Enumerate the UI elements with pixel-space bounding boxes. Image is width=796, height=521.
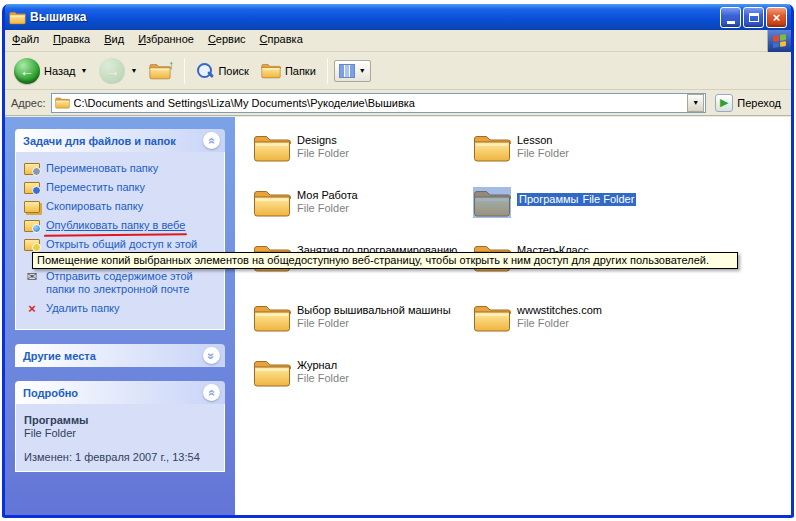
task-link-1[interactable]: Переместить папку [24,181,216,194]
task-link-label: Переименовать папку [46,162,158,175]
task-link-label: Переместить папку [46,181,145,194]
other-places-title: Другие места [23,350,96,362]
folder-type: File Folder [297,317,451,330]
folder-grid: DesignsFile FolderLessonFile FolderМоя Р… [235,117,791,515]
back-button[interactable]: ← Назад ▼ [9,55,92,87]
task-link-label: Удалить папку [46,302,120,315]
forward-icon: → [99,58,125,84]
folder-item[interactable]: ПрограммыFile Folder [473,187,685,218]
folder-label: ПрограммыFile Folder [517,187,636,207]
folder-label: Моя РаботаFile Folder [297,187,358,215]
email-folder-icon: ✉ [24,270,40,283]
explorer-window: Вышивка × ФайлПравкаВидИзбранноеСервисСп… [2,4,794,518]
menu-bar: ФайлПравкаВидИзбранноеСервисСправка [5,30,791,52]
address-input[interactable]: C:\Documents and Settings\Liza\My Docume… [51,93,707,113]
task-pane: Задачи для файлов и папок » Переименоват… [5,117,235,515]
task-list: Переименовать папкуПереместить папкуСкоп… [15,152,225,330]
task-link-label: Опубликовать папку в вебе [46,219,185,232]
details-title: Подробно [23,387,78,399]
go-label: Переход [737,97,781,109]
folder-label: LessonFile Folder [517,132,569,160]
views-button[interactable]: ▼ [334,60,371,82]
expand-chevron-icon[interactable]: » [203,347,220,364]
move-folder-icon [24,181,40,194]
details-header[interactable]: Подробно » [15,381,225,404]
task-link-label: Отправить содержимое этой папки по элект… [46,270,216,296]
address-value[interactable]: C:\Documents and Settings\Liza\My Docume… [74,97,684,109]
tasks-panel-title: Задачи для файлов и папок [23,135,176,147]
menu-spacer [310,30,767,51]
views-dropdown-icon: ▼ [359,67,366,74]
menu-item-5[interactable]: Справка [253,30,310,51]
folder-item[interactable]: wwwstitches.comFile Folder [473,302,685,333]
folder-type: File Folder [297,372,349,385]
forward-dropdown-icon[interactable]: ▼ [130,67,137,74]
folders-button[interactable]: Папки [256,59,321,82]
folder-item[interactable]: Выбор вышивальной машиныFile Folder [253,302,465,333]
menu-item-4[interactable]: Сервис [201,30,253,51]
collapse-chevron-icon[interactable]: » [203,132,220,149]
window-title: Вышивка [30,10,720,24]
folder-type: File Folder [580,193,636,206]
other-places-header[interactable]: Другие места » [15,344,225,367]
up-button[interactable]: ↑ [144,57,178,85]
other-places-panel: Другие места » [15,344,225,367]
windows-flag-icon [773,34,786,48]
toolbar-separator [327,58,328,84]
task-link-3[interactable]: Опубликовать папку в вебе [24,219,216,232]
folder-name: Моя Работа [297,189,358,202]
task-link-5[interactable]: ✉Отправить содержимое этой папки по элек… [24,270,216,296]
delete-folder-icon: × [24,302,40,315]
details-panel: Подробно » Программы File Folder Изменен… [15,381,225,472]
back-dropdown-icon[interactable]: ▼ [81,67,88,74]
go-button[interactable]: ▶ Переход [711,92,785,114]
folder-name: Журнал [297,359,349,372]
minimize-button[interactable] [720,7,741,28]
title-bar[interactable]: Вышивка × [5,4,791,30]
folder-name: Lesson [517,134,569,147]
menu-item-0[interactable]: Файл [5,30,46,51]
folder-icon [253,357,291,388]
maximize-button[interactable] [743,7,764,28]
file-folder-tasks-panel: Задачи для файлов и папок » Переименоват… [15,129,225,330]
tooltip: Помещение копий выбранных элементов на о… [32,252,738,269]
window-folder-icon [9,10,26,25]
windows-logo [767,30,791,52]
folder-icon [473,132,511,163]
collapse-chevron-icon[interactable]: » [203,384,220,401]
folder-icon [253,132,291,163]
address-label: Адрес: [11,97,46,109]
address-dropdown-button[interactable]: ▼ [687,94,704,112]
back-icon: ← [14,58,40,84]
copy-folder-icon [24,200,40,213]
folder-icon [473,187,511,218]
folder-label: ЖурналFile Folder [297,357,349,385]
folder-label: wwwstitches.comFile Folder [517,302,602,330]
folder-name: Программы [517,193,580,206]
content-area: Задачи для файлов и папок » Переименоват… [5,117,791,515]
task-link-0[interactable]: Переименовать папку [24,162,216,175]
search-button[interactable]: Поиск [191,59,253,83]
folder-icon [253,302,291,333]
close-button[interactable]: × [766,7,787,28]
folders-label: Папки [285,65,316,77]
folder-item[interactable]: LessonFile Folder [473,132,685,163]
folder-item[interactable]: Моя РаботаFile Folder [253,187,465,218]
task-link-6[interactable]: ×Удалить папку [24,302,216,315]
views-icon [339,64,355,78]
search-icon [196,62,214,80]
task-link-label: Скопировать папку [46,200,143,213]
folder-item[interactable]: ЖурналFile Folder [253,357,465,388]
search-label: Поиск [218,65,248,77]
task-link-2[interactable]: Скопировать папку [24,200,216,213]
menu-item-2[interactable]: Вид [97,30,131,51]
folder-type: File Folder [517,147,569,160]
details-body: Программы File Folder Изменен: 1 февраля… [15,404,225,472]
forward-button[interactable]: → ▼ [94,55,142,87]
menu-item-3[interactable]: Избранное [131,30,201,51]
folder-name: Выбор вышивальной машины [297,304,451,317]
folder-item[interactable]: DesignsFile Folder [253,132,465,163]
folder-name: Designs [297,134,349,147]
tasks-panel-header[interactable]: Задачи для файлов и папок » [15,129,225,152]
menu-item-1[interactable]: Правка [46,30,97,51]
